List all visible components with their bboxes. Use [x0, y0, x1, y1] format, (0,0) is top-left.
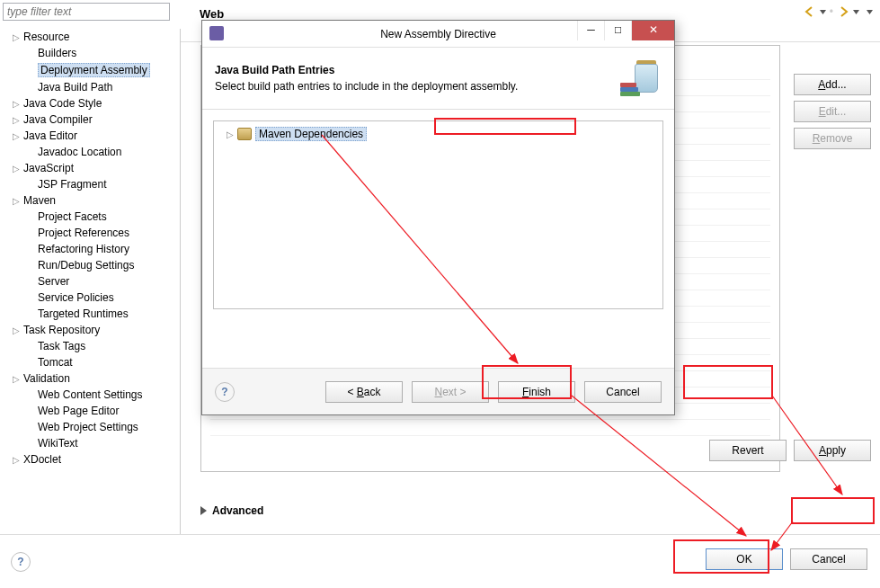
tree-item-web-page-editor[interactable]: Web Page Editor: [0, 403, 180, 419]
tree-item-wikitext[interactable]: WikiText: [0, 435, 180, 451]
tree-item-validation[interactable]: ▷Validation: [0, 370, 180, 387]
tree-item-run-debug-settings[interactable]: Run/Debug Settings: [0, 257, 180, 273]
tree-label: Server: [38, 275, 69, 288]
tree-label: Builders: [38, 47, 76, 59]
tree-item-javadoc-location[interactable]: Javadoc Location: [0, 144, 180, 160]
expand-icon[interactable]: ▷: [13, 164, 22, 173]
tree-label: Validation: [23, 372, 70, 385]
filter-input[interactable]: [3, 3, 170, 21]
tree-label: WikiText: [38, 437, 78, 450]
expand-icon: [27, 406, 36, 415]
table-row[interactable]: [210, 420, 770, 436]
expand-icon: [27, 277, 36, 286]
tree-item-project-references[interactable]: Project References: [0, 225, 180, 241]
tree-item-jsp-fragment[interactable]: JSP Fragment: [0, 176, 180, 192]
maximize-button[interactable]: □: [604, 21, 631, 40]
add-button[interactable]: Add...: [794, 74, 871, 95]
tree-item-javascript[interactable]: ▷JavaScript: [0, 160, 180, 176]
back-arrow-icon[interactable]: [804, 5, 816, 18]
tree-item-builders[interactable]: Builders: [0, 45, 180, 61]
tree-item-web-content-settings[interactable]: Web Content Settings: [0, 387, 180, 403]
expand-icon: [27, 83, 36, 92]
view-menu-icon[interactable]: [867, 9, 873, 15]
tree-item-maven[interactable]: ▷Maven: [0, 192, 180, 209]
dialog-titlebar[interactable]: New Assembly Directive ─ □ ✕: [202, 21, 674, 48]
dialog-title: New Assembly Directive: [380, 28, 496, 40]
back-button[interactable]: < Back: [325, 381, 403, 403]
tree-label: Web Page Editor: [38, 405, 120, 417]
build-path-tree[interactable]: ▷ Maven Dependencies: [213, 120, 663, 309]
expand-icon[interactable]: ▷: [227, 129, 234, 139]
tree-item-service-policies[interactable]: Service Policies: [0, 290, 180, 306]
minimize-button[interactable]: ─: [577, 21, 604, 40]
expand-icon[interactable]: ▷: [13, 374, 22, 383]
tree-label: Run/Debug Settings: [38, 259, 134, 272]
tree-label: Web Project Settings: [38, 421, 138, 433]
tree-item-tomcat[interactable]: Tomcat: [0, 354, 180, 370]
tree-label: Tomcat: [38, 356, 73, 369]
tree-item-xdoclet[interactable]: ▷XDoclet: [0, 451, 180, 468]
tree-label: Task Repository: [23, 324, 100, 336]
apply-button[interactable]: Apply: [794, 440, 871, 461]
expand-icon[interactable]: ▷: [13, 32, 22, 41]
expand-icon: [27, 147, 36, 156]
tree-label: Resource: [23, 31, 69, 43]
expand-icon[interactable]: ▷: [13, 99, 22, 108]
tree-item-java-compiler[interactable]: ▷Java Compiler: [0, 111, 180, 128]
tree-label: Deployment Assembly: [38, 63, 150, 77]
expand-icon: [27, 49, 36, 58]
expand-icon[interactable]: ▷: [13, 455, 22, 464]
finish-button[interactable]: Finish: [498, 381, 575, 403]
forward-dropdown-icon[interactable]: [853, 9, 859, 15]
expand-icon[interactable]: ▷: [13, 196, 22, 205]
tree-label: Maven: [23, 194, 56, 207]
expand-icon[interactable]: ▷: [13, 115, 22, 124]
page-title: Web: [200, 7, 224, 21]
tree-item-server[interactable]: Server: [0, 273, 180, 290]
tree-label: Web Content Settings: [38, 388, 143, 401]
tree-item-task-repository[interactable]: ▷Task Repository: [0, 322, 180, 338]
ok-button[interactable]: OK: [706, 548, 783, 570]
revert-button[interactable]: Revert: [709, 440, 787, 461]
cancel-button[interactable]: Cancel: [790, 548, 867, 570]
expand-icon: [27, 212, 36, 221]
tree-item-resource[interactable]: ▷Resource: [0, 29, 180, 45]
tree-label: Project Facets: [38, 210, 107, 223]
window-controls: ─ □ ✕: [577, 21, 674, 40]
tree-item-java-editor[interactable]: ▷Java Editor: [0, 128, 180, 144]
tree-label: Java Build Path: [38, 81, 112, 94]
eclipse-icon: [209, 26, 224, 40]
nav-arrows: •: [804, 5, 873, 18]
tree-label: XDoclet: [23, 453, 61, 466]
dialog-button-bar: ? < Back Next > Finish Cancel: [202, 368, 674, 414]
tree-item-targeted-runtimes[interactable]: Targeted Runtimes: [0, 306, 180, 322]
expand-icon[interactable]: ▷: [13, 325, 22, 334]
tree-item-web-project-settings[interactable]: Web Project Settings: [0, 419, 180, 435]
dialog-cancel-button[interactable]: Cancel: [584, 381, 662, 403]
expand-icon: [27, 358, 36, 367]
back-dropdown-icon[interactable]: [820, 9, 826, 15]
remove-button: Remove: [794, 128, 871, 149]
side-buttons: Add... Edit... Remove: [794, 74, 871, 155]
dialog-body: ▷ Maven Dependencies: [202, 110, 674, 320]
close-button[interactable]: ✕: [631, 21, 674, 40]
dialog-help-icon[interactable]: ?: [215, 382, 235, 402]
tree-item-java-code-style[interactable]: ▷Java Code Style: [0, 95, 180, 111]
tree-item-deployment-assembly[interactable]: Deployment Assembly: [0, 61, 180, 79]
dialog-header: Java Build Path Entries Select build pat…: [202, 48, 674, 110]
next-button: Next >: [412, 381, 489, 403]
tree-item-task-tags[interactable]: Task Tags: [0, 338, 180, 354]
tree-label: Java Compiler: [23, 113, 93, 126]
tree-item-java-build-path[interactable]: Java Build Path: [0, 79, 180, 95]
expand-icon: [27, 261, 36, 270]
advanced-toggle[interactable]: Advanced: [200, 504, 263, 517]
forward-arrow-icon[interactable]: [837, 5, 849, 18]
tree-item-refactoring-history[interactable]: Refactoring History: [0, 241, 180, 257]
tree-item-project-facets[interactable]: Project Facets: [0, 209, 180, 225]
maven-dependencies-item[interactable]: ▷ Maven Dependencies: [219, 127, 367, 141]
edit-button: Edit...: [794, 101, 871, 122]
help-icon[interactable]: ?: [11, 552, 31, 572]
expand-icon: [27, 439, 36, 448]
expand-icon[interactable]: ▷: [13, 131, 22, 140]
new-assembly-dialog: New Assembly Directive ─ □ ✕ Java Build …: [201, 20, 675, 415]
